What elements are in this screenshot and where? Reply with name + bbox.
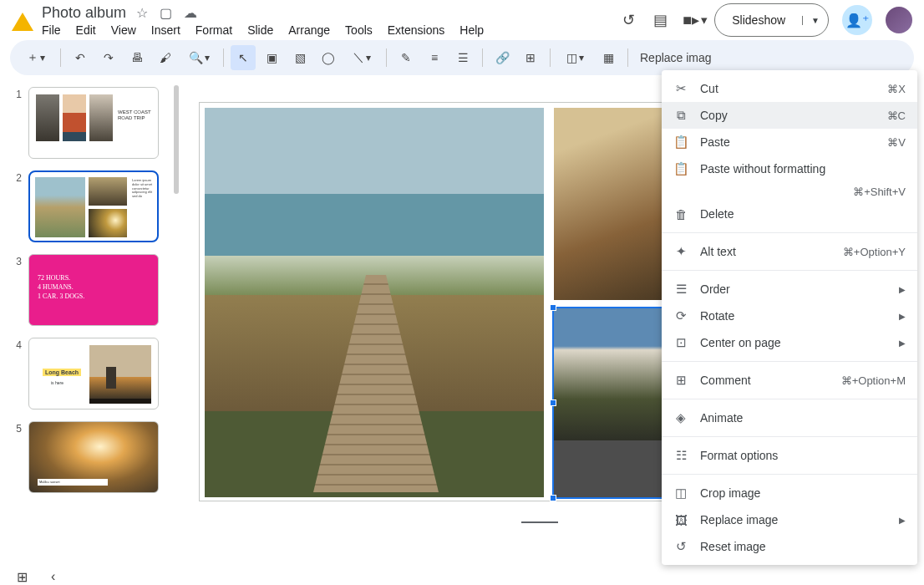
slide-thumbnail-4[interactable]: Long Beach is here [28, 338, 159, 410]
comment-icon: ⊞ [673, 373, 688, 388]
image-tool[interactable]: ▧ [287, 45, 312, 70]
replace-image-label[interactable]: Replace imag [640, 51, 712, 64]
ctx-comment[interactable]: ⊞Comment⌘+Option+M [662, 367, 917, 394]
slide-thumbnail-1[interactable]: WEST COAST ROAD TRIP [28, 87, 159, 159]
ctx-center-on-page[interactable]: ⊡Center on page▶ [662, 329, 917, 356]
account-avatar[interactable] [886, 7, 912, 33]
meet-icon[interactable]: ■▸ ▾ [683, 11, 701, 29]
clipboard-icon: 📋 [673, 135, 688, 150]
undo-button[interactable]: ↶ [68, 45, 93, 70]
comment-button[interactable]: ⊞ [518, 45, 543, 70]
star-icon[interactable]: ☆ [136, 5, 148, 21]
history-icon[interactable]: ↺ [619, 11, 637, 29]
ctx-reset-image[interactable]: ↺Reset image [662, 533, 917, 560]
slide-thumbnail-2[interactable]: Lorem ipsum dolor sit amet consectetur a… [28, 170, 159, 242]
link-button[interactable]: 🔗 [490, 45, 515, 70]
menu-slide[interactable]: Slide [247, 23, 273, 37]
slideshow-caret[interactable]: ▼ [802, 16, 828, 25]
redo-button[interactable]: ↷ [96, 45, 121, 70]
share-button[interactable]: 👤⁺ [842, 5, 872, 35]
print-button[interactable]: 🖶 [124, 45, 150, 70]
collapse-panel-icon[interactable]: ‹ [51, 569, 55, 584]
ctx-crop-image[interactable]: ◫Crop image [662, 480, 917, 506]
copy-icon: ⧉ [673, 108, 688, 123]
trash-icon: 🗑 [673, 207, 688, 221]
ctx-delete[interactable]: 🗑Delete [662, 201, 917, 227]
crop-button[interactable]: ◫ ▾ [557, 45, 592, 70]
ctx-format-options[interactable]: ☷Format options [662, 442, 917, 469]
menu-format[interactable]: Format [195, 23, 232, 37]
slide-number: 4 [13, 338, 22, 410]
border-color-button[interactable]: ✎ [393, 45, 419, 70]
line-tool[interactable]: ＼ ▾ [344, 45, 379, 70]
context-menu: ✂Cut⌘X ⧉Copy⌘C 📋Paste⌘V 📋Paste without f… [662, 70, 917, 565]
scrollbar[interactable] [174, 85, 179, 194]
animate-icon: ◈ [673, 410, 688, 425]
paint-format-button[interactable]: 🖌 [153, 45, 178, 70]
border-dash-button[interactable]: ☰ [450, 45, 475, 70]
border-weight-button[interactable]: ≡ [422, 45, 447, 70]
center-icon: ⊡ [673, 335, 688, 350]
ctx-copy[interactable]: ⧉Copy⌘C [662, 102, 917, 129]
menu-help[interactable]: Help [459, 23, 484, 37]
format-icon: ☷ [673, 448, 688, 463]
textbox-tool[interactable]: ▣ [259, 45, 284, 70]
select-tool[interactable]: ↖ [231, 45, 256, 70]
ctx-animate[interactable]: ◈Animate [662, 404, 917, 431]
mask-button[interactable]: ▦ [596, 45, 621, 70]
slide-number: 1 [13, 87, 22, 159]
new-slide-button[interactable]: ＋ ▾ [18, 45, 53, 70]
slide-panel[interactable]: 1 WEST COAST ROAD TRIP 2 Lorem ipsum dol… [0, 79, 182, 565]
shape-tool[interactable]: ◯ [316, 45, 341, 70]
image-icon: 🖼 [673, 513, 688, 527]
ctx-alt-text[interactable]: ✦Alt text⌘+Option+Y [662, 238, 917, 265]
menu-arrange[interactable]: Arrange [288, 23, 330, 37]
menu-file[interactable]: File [42, 23, 61, 37]
ctx-cut[interactable]: ✂Cut⌘X [662, 75, 917, 102]
ctx-rotate[interactable]: ⟳Rotate▶ [662, 303, 917, 329]
menu-view[interactable]: View [111, 23, 136, 37]
zoom-button[interactable]: 🔍 ▾ [181, 45, 216, 70]
slide-number: 2 [13, 170, 22, 242]
move-icon[interactable]: ▢ [160, 5, 172, 21]
accessibility-icon: ✦ [673, 244, 688, 259]
menu-bar: File Edit View Insert Format Slide Arran… [42, 22, 619, 37]
ctx-paste[interactable]: 📋Paste⌘V [662, 129, 917, 155]
menu-tools[interactable]: Tools [345, 23, 373, 37]
slide-thumbnail-3[interactable]: 72 HOURS. 4 HUMANS. 1 CAR. 3 DOGS. [28, 254, 159, 326]
grid-view-icon[interactable]: ⊞ [17, 569, 28, 585]
scissors-icon: ✂ [673, 81, 688, 96]
order-icon: ☰ [673, 282, 688, 297]
app-header: Photo album ☆ ▢ ☁ File Edit View Insert … [0, 0, 924, 37]
crop-icon: ◫ [673, 486, 688, 501]
rotate-icon: ⟳ [673, 308, 688, 323]
menu-edit[interactable]: Edit [76, 23, 96, 37]
footer: ⊞ ‹ [0, 565, 924, 585]
menu-extensions[interactable]: Extensions [388, 23, 444, 37]
slide-thumbnail-5[interactable]: Malibu sunset [28, 421, 159, 493]
slides-logo[interactable] [12, 6, 33, 34]
ctx-paste-without-formatting[interactable]: 📋Paste without formatting [662, 155, 917, 182]
slide-number: 5 [13, 421, 22, 493]
comments-icon[interactable]: ▤ [651, 11, 669, 29]
document-title[interactable]: Photo album [42, 4, 126, 22]
menu-insert[interactable]: Insert [151, 23, 180, 37]
clipboard-plain-icon: 📋 [673, 161, 688, 176]
reset-icon: ↺ [673, 539, 688, 554]
ctx-replace-image[interactable]: 🖼Replace image▶ [662, 506, 917, 533]
slideshow-button[interactable]: Slideshow ▼ [714, 3, 829, 37]
ctx-paste-shortcut: ⌘+Shift+V [662, 182, 917, 201]
cloud-icon[interactable]: ☁ [184, 5, 197, 21]
canvas-image-boardwalk[interactable] [205, 108, 544, 497]
ctx-order[interactable]: ☰Order▶ [662, 276, 917, 303]
slide-number: 3 [13, 254, 22, 326]
